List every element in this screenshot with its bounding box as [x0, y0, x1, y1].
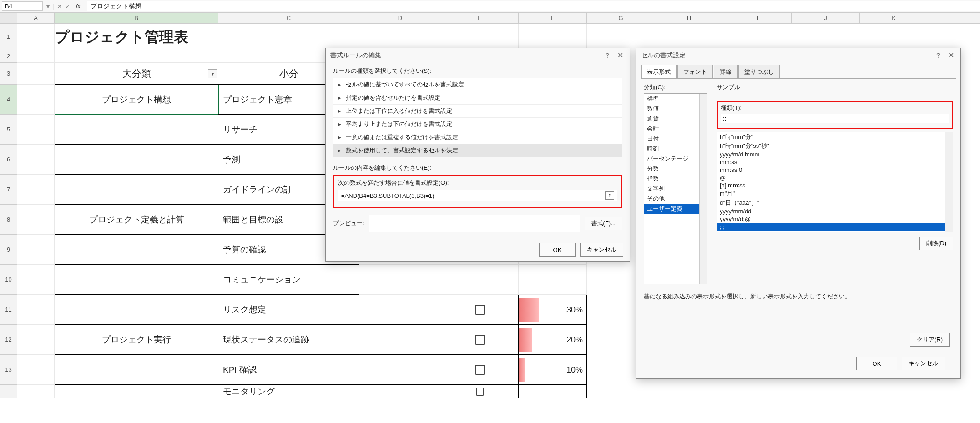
cell-D14[interactable]	[359, 385, 441, 398]
cell-B3[interactable]: 大分類 ▾	[55, 63, 218, 85]
cancel-button[interactable]: キャンセル	[580, 243, 623, 257]
cell-C14[interactable]: モニタリング	[218, 385, 359, 398]
row-header-10[interactable]: 10	[0, 265, 17, 295]
cell-E13[interactable]	[441, 355, 519, 385]
row-header-7[interactable]: 7	[0, 175, 17, 205]
category-item[interactable]: 会計	[644, 124, 707, 134]
category-item[interactable]: 分数	[644, 164, 707, 174]
cell-B12[interactable]: プロジェクト実行	[55, 325, 218, 355]
col-header-I[interactable]: I	[723, 13, 792, 23]
col-header-D[interactable]: D	[359, 13, 441, 23]
category-item[interactable]: パーセンテージ	[644, 154, 707, 164]
tab-number-format[interactable]: 表示形式	[641, 65, 677, 78]
type-list[interactable]: h"時"mm"分" h"時"mm"分"ss"秒" yyyy/m/d h:mm m…	[717, 132, 953, 232]
type-item[interactable]: h"時"mm"分"	[717, 132, 953, 141]
dropdown-icon[interactable]: ▾	[46, 3, 50, 10]
cell-C11[interactable]: リスク想定	[218, 295, 359, 325]
cell-A3[interactable]	[17, 63, 55, 85]
tab-fill[interactable]: 塗りつぶし	[738, 65, 780, 78]
category-item[interactable]: その他	[644, 194, 707, 204]
help-icon[interactable]: ?	[606, 52, 609, 59]
cell-F14[interactable]	[519, 385, 587, 398]
row-header-12[interactable]: 12	[0, 325, 17, 355]
category-item[interactable]: ユーザー定義	[644, 204, 707, 214]
cell-C12[interactable]: 現状ステータスの追跡	[218, 325, 359, 355]
close-icon[interactable]: ✕	[946, 51, 956, 59]
help-icon[interactable]: ?	[936, 52, 940, 59]
cell-C13[interactable]: KPI 確認	[218, 355, 359, 385]
checkbox-icon[interactable]	[475, 335, 485, 345]
cell-B13[interactable]	[55, 355, 218, 385]
range-picker-icon[interactable]: ↥	[605, 191, 614, 200]
cancel-icon[interactable]: ✕	[57, 3, 62, 10]
dialog-titlebar[interactable]: 書式ルールの編集 ? ✕	[326, 48, 630, 62]
col-header-J[interactable]: J	[792, 13, 860, 23]
row-header-3[interactable]: 3	[0, 63, 17, 85]
format-button[interactable]: 書式(F)...	[585, 217, 622, 230]
tab-font[interactable]: フォント	[677, 65, 713, 78]
type-input[interactable]	[721, 114, 949, 123]
cell-B7[interactable]	[55, 175, 218, 205]
type-item[interactable]: h"時"mm"分"ss"秒"	[717, 141, 953, 151]
scrollbar[interactable]	[945, 132, 953, 232]
cell-B14[interactable]	[55, 385, 218, 398]
cell-D13[interactable]	[359, 355, 441, 385]
cell-E14[interactable]	[441, 385, 519, 398]
cell-A7[interactable]	[17, 175, 55, 205]
type-item[interactable]: [h]:mm:ss	[717, 181, 953, 189]
cell-A4[interactable]	[17, 85, 55, 115]
category-item[interactable]: 標準	[644, 94, 707, 104]
cell-B8[interactable]: プロジェクト定義と計算	[55, 205, 218, 235]
cell-A14[interactable]	[17, 385, 55, 398]
clear-button[interactable]: クリア(R)	[910, 333, 950, 347]
cell-A12[interactable]	[17, 325, 55, 355]
row-header-4[interactable]: 4	[0, 85, 17, 115]
category-item[interactable]: 時刻	[644, 144, 707, 154]
rule-type-item[interactable]: ►上位または下位に入る値だけを書式設定	[333, 105, 622, 118]
col-header-B[interactable]: B	[55, 13, 218, 23]
row-header-11[interactable]: 11	[0, 295, 17, 325]
col-header-C[interactable]: C	[218, 13, 359, 23]
category-list[interactable]: 標準 数値 通貨 会計 日付 時刻 パーセンテージ 分数 指数 文字列 その他 …	[644, 93, 707, 284]
row-header-2[interactable]: 2	[0, 50, 17, 63]
rule-type-item[interactable]: ►一意の値または重複する値だけを書式設定	[333, 131, 622, 144]
cell-D10[interactable]	[359, 265, 441, 295]
col-header-G[interactable]: G	[587, 13, 655, 23]
cell-A8[interactable]	[17, 205, 55, 235]
cell-B2[interactable]	[55, 50, 218, 63]
ok-button[interactable]: OK	[539, 243, 576, 257]
cell-reference-input[interactable]	[2, 1, 43, 11]
type-item[interactable]: mm:ss	[717, 158, 953, 166]
row-header-14[interactable]	[0, 385, 17, 398]
cell-F10[interactable]	[519, 265, 587, 295]
cell-F13[interactable]: 10%	[519, 355, 587, 385]
fx-icon[interactable]: fx	[76, 3, 81, 10]
close-icon[interactable]: ✕	[616, 51, 625, 59]
cell-D1[interactable]	[359, 24, 441, 50]
cell-F12[interactable]: 20%	[519, 325, 587, 355]
checkbox-icon[interactable]	[475, 305, 485, 315]
type-item[interactable]: yyyy/m/d h:mm	[717, 151, 953, 158]
cell-B4[interactable]: プロジェクト構想	[55, 85, 218, 115]
rule-type-item[interactable]: ►指定の値を含むセルだけを書式設定	[333, 91, 622, 105]
col-header-F[interactable]: F	[519, 13, 587, 23]
col-header-E[interactable]: E	[441, 13, 519, 23]
row-header-6[interactable]: 6	[0, 145, 17, 175]
tab-border[interactable]: 罫線	[714, 65, 738, 78]
cell-F11[interactable]: 30%	[519, 295, 587, 325]
scrollbar[interactable]	[699, 94, 707, 284]
filter-dropdown-icon[interactable]: ▾	[208, 69, 217, 78]
rule-type-item[interactable]: ►セルの値に基づいてすべてのセルを書式設定	[333, 78, 622, 91]
category-item[interactable]: 日付	[644, 134, 707, 144]
rule-type-item[interactable]: ►平均より上または下の値だけを書式設定	[333, 118, 622, 131]
type-item[interactable]: d"日（"aaa"）"	[717, 198, 953, 207]
cell-A2[interactable]	[17, 50, 55, 63]
category-item[interactable]: 文字列	[644, 184, 707, 194]
category-item[interactable]: 数値	[644, 104, 707, 114]
type-item[interactable]: mm:ss.0	[717, 166, 953, 174]
cell-A9[interactable]	[17, 235, 55, 265]
type-item[interactable]: yyyy/m/d;@	[717, 215, 953, 223]
cell-E12[interactable]	[441, 325, 519, 355]
cell-D11[interactable]	[359, 295, 441, 325]
ok-button[interactable]: OK	[856, 357, 897, 370]
